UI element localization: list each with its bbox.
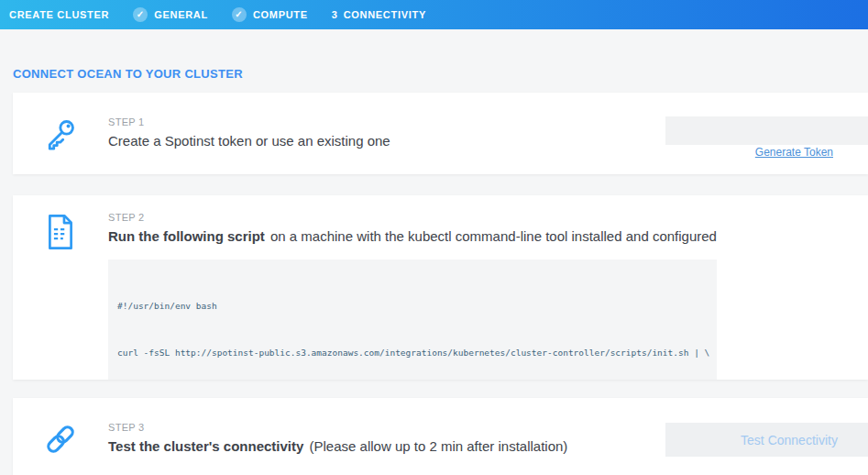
tab-connectivity-number: 3 (332, 9, 338, 20)
wizard-top-bar: CREATE CLUSTER ✓ GENERAL ✓ COMPUTE 3 CON… (0, 0, 868, 29)
tab-compute-label: COMPUTE (253, 9, 308, 20)
token-input[interactable] (665, 116, 868, 145)
step3-card: STEP 3 Test the cluster's connectivity (… (13, 398, 868, 475)
wizard-title: CREATE CLUSTER (9, 9, 109, 20)
step2-eyebrow: STEP 2 (108, 212, 868, 223)
key-icon (43, 116, 78, 151)
step3-icon-col (13, 398, 108, 475)
step1-card: STEP 1 Create a Spotinst token or use an… (13, 93, 868, 174)
tab-connectivity-label: CONNECTIVITY (344, 9, 426, 20)
step1-icon-col (13, 93, 108, 174)
tab-general-label: GENERAL (154, 9, 208, 20)
check-icon: ✓ (133, 7, 148, 22)
tab-general[interactable]: ✓ GENERAL (133, 7, 208, 22)
install-script-code-block: #!/usr/bin/env bash curl -fsSL http://sp… (108, 260, 717, 380)
step2-icon-col (13, 195, 108, 380)
step2-text-col: STEP 2 Run the following script on a mac… (108, 195, 868, 380)
check-icon: ✓ (232, 7, 247, 22)
step2-title: Run the following script on a machine wi… (108, 227, 868, 246)
step2-card: STEP 2 Run the following script on a mac… (13, 195, 868, 380)
code-line: #!/usr/bin/env bash (117, 298, 717, 314)
generate-token-link[interactable]: Generate Token (755, 146, 833, 159)
step2-title-rest: on a machine with the kubectl command-li… (267, 228, 717, 244)
page-title: CONNECT OCEAN TO YOUR CLUSTER (13, 67, 868, 81)
document-script-icon (45, 214, 76, 250)
step2-title-bold: Run the following script (108, 228, 265, 244)
test-connectivity-button[interactable]: Test Connectivity (665, 423, 868, 457)
tab-compute[interactable]: ✓ COMPUTE (232, 7, 308, 22)
step3-title-bold: Test the cluster's connectivity (108, 438, 303, 454)
tab-connectivity[interactable]: 3 CONNECTIVITY (332, 9, 426, 20)
code-line: curl -fsSL http://spotinst-public.s3.ama… (117, 345, 717, 360)
step3-title-rest: (Please allow up to 2 min after installa… (305, 438, 567, 454)
link-icon (41, 421, 80, 458)
